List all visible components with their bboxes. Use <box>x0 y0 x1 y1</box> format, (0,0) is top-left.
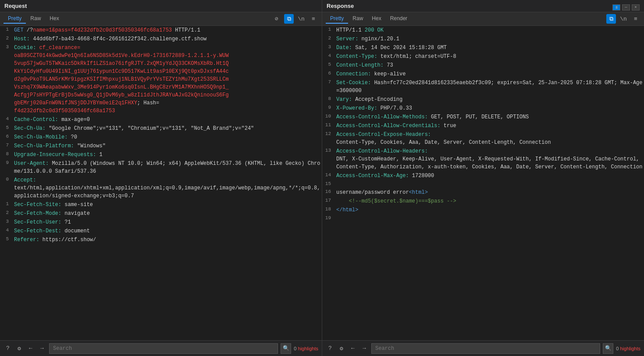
response-tab-bar: Pretty Raw Hex Render ⧉ \n ≡ <box>322 12 644 26</box>
request-line-5: 5 Sec-Ch-Ua: "Google Chrome";v="131", "C… <box>0 124 322 133</box>
request-highlight-count: 0 <box>294 346 298 351</box>
request-line-10: 0 Accept: text/html,application/xhtml+xm… <box>0 176 322 200</box>
request-line-4: 4 Cache-Control: max-age=0 <box>0 115 322 124</box>
request-line-7: 7 Sec-Ch-Ua-Platform: "Windows" <box>0 142 322 150</box>
response-highlights-badge: 0 highlights <box>616 346 640 351</box>
response-settings-icon[interactable]: ⚙ <box>337 344 346 353</box>
eye-slash-icon[interactable]: ⊘ <box>272 14 281 24</box>
response-search-input[interactable] <box>371 343 600 354</box>
request-line-1: 1 GET /?name=1&pass=f4d232dfb2c0d3f50350… <box>0 26 322 35</box>
tab-response-render[interactable]: Render <box>386 14 412 24</box>
response-help-icon[interactable]: ? <box>326 344 334 353</box>
response-line-7: 7 Set-Cookie: Hash=fc77c20ed2841d8162335… <box>322 78 644 95</box>
request-help-icon[interactable]: ? <box>4 344 12 353</box>
request-line-14: 4 Sec-Fetch-Dest: document <box>0 227 322 235</box>
request-settings-icon[interactable]: ⚙ <box>15 344 24 353</box>
response-copy-icon[interactable]: ⧉ <box>606 14 616 24</box>
tab-request-raw[interactable]: Raw <box>26 14 45 24</box>
request-search-input[interactable] <box>49 343 278 354</box>
response-bottom-bar: ? ⚙ ← → 🔍 0 highlights <box>322 340 644 356</box>
close-button[interactable]: × <box>632 4 640 11</box>
response-line-12: 12 Access-Control-Expose-Headers: Conten… <box>322 130 644 147</box>
tab-request-hex[interactable]: Hex <box>45 14 63 24</box>
response-line-19: 19 <box>322 214 644 222</box>
response-line-4: 4 Content-Type: text/html; charset=UTF-8 <box>322 52 644 61</box>
request-line-11: 1 Sec-Fetch-Site: same-site <box>0 200 322 209</box>
response-line-18: 18 </html> <box>322 206 644 214</box>
response-highlights-label: highlights <box>620 346 640 351</box>
window-controls: ⏸ — × <box>612 4 640 11</box>
response-line-15: 15 <box>322 180 644 188</box>
request-line-3: 3 Cookie: cf_clearance= oaB9SCZT014kGwdw… <box>0 43 322 115</box>
request-bottom-panel: ? ⚙ ← → 🔍 0 highlights <box>0 343 322 354</box>
request-back-icon[interactable]: ← <box>26 344 35 353</box>
request-line-15: 5 Referer: https://ctf.show/ <box>0 235 322 244</box>
tab-response-raw[interactable]: Raw <box>348 14 367 24</box>
response-line-2: 2 Server: nginx/1.20.1 <box>322 35 644 43</box>
response-line-5: 5 Content-Length: 73 <box>322 61 644 70</box>
response-forward-icon[interactable]: → <box>360 344 369 353</box>
request-search-button[interactable]: 🔍 <box>281 343 291 354</box>
request-highlights-label: highlights <box>298 346 318 351</box>
tab-response-hex[interactable]: Hex <box>367 14 385 24</box>
response-tab-actions: ⧉ \n ≡ <box>606 14 640 24</box>
main-panels: Request Pretty Raw Hex ⊘ ⧉ \n ≡ 1 GET /?… <box>0 0 644 356</box>
request-line-6: 6 Sec-Ch-Ua-Mobile: ?0 <box>0 133 322 142</box>
response-line-3: 3 Date: Sat, 14 Dec 2024 15:18:28 GMT <box>322 43 644 52</box>
request-content[interactable]: 1 GET /?name=1&pass=f4d232dfb2c0d3f50350… <box>0 26 322 340</box>
response-line-11: 11 Access-Control-Allow-Credentials: tru… <box>322 121 644 130</box>
response-line-9: 9 X-Powered-By: PHP/7.0.33 <box>322 104 644 113</box>
response-line-13: 13 Access-Control-Allow-Headers: DNT, X-… <box>322 147 644 171</box>
response-highlight-count: 0 <box>616 346 620 351</box>
response-line-10: 10 Access-Control-Allow-Methods: GET, PO… <box>322 113 644 121</box>
request-header: Request <box>0 0 322 12</box>
request-line-2: 2 Host: 44dd6bf7-ba43-4668-8f4c-26616122… <box>0 35 322 43</box>
response-line-8: 8 Vary: Accept-Encoding <box>322 95 644 104</box>
response-header: Response <box>322 0 644 12</box>
request-line-8: 8 Upgrade-Insecure-Requests: 1 <box>0 150 322 159</box>
request-title: Request <box>4 3 317 9</box>
response-line-6: 6 Connection: keep-alive <box>322 70 644 78</box>
request-line-12: 2 Sec-Fetch-Mode: navigate <box>0 209 322 218</box>
request-forward-icon[interactable]: → <box>38 344 46 353</box>
response-menu-icon[interactable]: ≡ <box>631 14 640 24</box>
newline-icon[interactable]: \n <box>296 14 306 24</box>
response-panel: Response Pretty Raw Hex Render ⧉ \n ≡ 1 … <box>322 0 644 356</box>
request-tab-bar: Pretty Raw Hex ⊘ ⧉ \n ≡ <box>0 12 322 26</box>
response-back-icon[interactable]: ← <box>349 344 357 353</box>
menu-icon[interactable]: ≡ <box>309 14 318 24</box>
minimize-button[interactable]: — <box>622 4 630 11</box>
response-line-1: 1 HTTP/1.1 200 OK <box>322 26 644 35</box>
response-content[interactable]: 1 HTTP/1.1 200 OK 2 Server: nginx/1.20.1… <box>322 26 644 340</box>
tab-request-pretty[interactable]: Pretty <box>4 14 26 24</box>
request-line-13: 3 Sec-Fetch-User: ?1 <box>0 218 322 227</box>
request-highlights-badge: 0 highlights <box>294 346 318 351</box>
response-line-16: 16 username/password error<html> <box>322 188 644 197</box>
request-bottom-bar: ? ⚙ ← → 🔍 0 highlights <box>0 340 322 356</box>
response-bottom-panel: ? ⚙ ← → 🔍 0 highlights <box>322 343 644 354</box>
response-line-17: 17 <!--md5($secret.$name)===$pass --> <box>322 197 644 206</box>
tab-response-pretty[interactable]: Pretty <box>326 14 348 24</box>
request-line-9: 9 User-Agent: Mozilla/5.0 (Windows NT 10… <box>0 159 322 176</box>
response-line-14: 14 Access-Control-Max-Age: 1728000 <box>322 171 644 180</box>
request-panel: Request Pretty Raw Hex ⊘ ⧉ \n ≡ 1 GET /?… <box>0 0 322 356</box>
response-newline-icon[interactable]: \n <box>619 14 628 24</box>
request-tab-actions: ⊘ ⧉ \n ≡ <box>272 14 318 24</box>
response-title: Response <box>327 3 640 9</box>
response-search-button[interactable]: 🔍 <box>603 343 613 354</box>
copy-icon[interactable]: ⧉ <box>284 14 294 24</box>
pause-button[interactable]: ⏸ <box>612 4 620 11</box>
